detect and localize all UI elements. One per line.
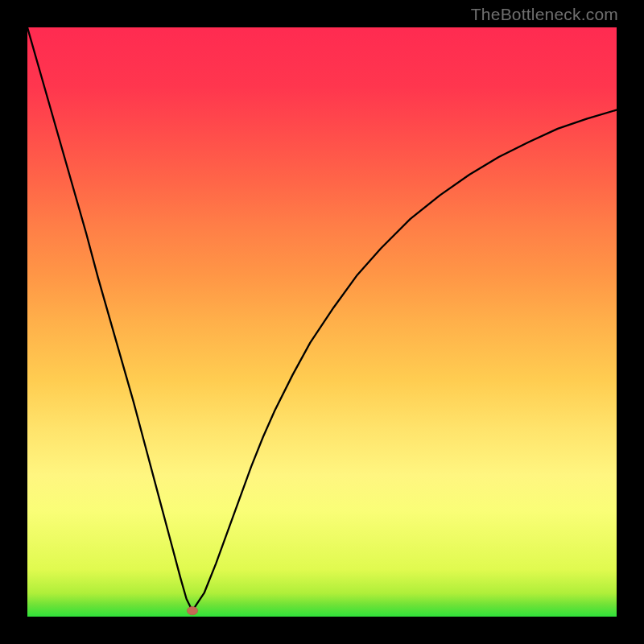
chart-frame: TheBottleneck.com bbox=[0, 0, 644, 644]
bottleneck-curve bbox=[27, 27, 617, 611]
watermark-text: TheBottleneck.com bbox=[471, 5, 618, 24]
plot-area bbox=[27, 27, 617, 617]
minimum-marker bbox=[187, 607, 197, 615]
curve-svg bbox=[27, 27, 617, 617]
